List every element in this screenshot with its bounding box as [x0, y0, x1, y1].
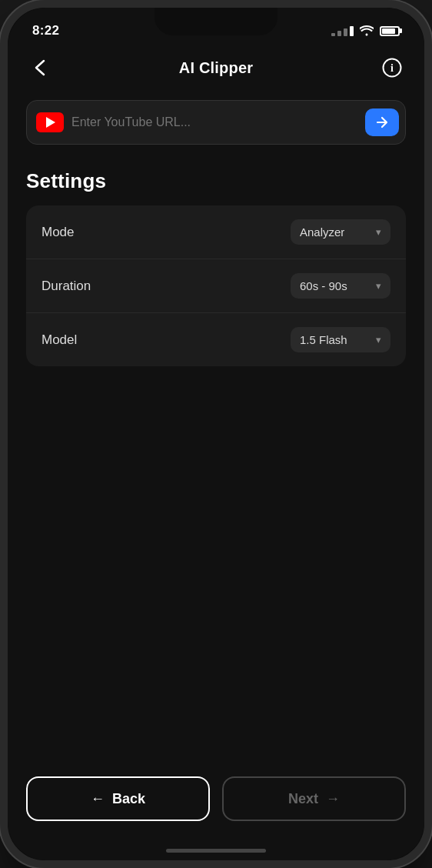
nav-bar: AI Clipper i	[8, 48, 424, 91]
duration-value: 60s - 90s	[300, 279, 347, 292]
page-title: AI Clipper	[179, 59, 253, 77]
youtube-icon	[36, 112, 64, 132]
model-label: Model	[42, 332, 77, 348]
back-button[interactable]	[26, 54, 54, 82]
duration-row: Duration 60s - 90s ▾	[26, 259, 406, 313]
duration-dropdown[interactable]: 60s - 90s ▾	[291, 273, 390, 299]
url-submit-button[interactable]	[365, 108, 399, 136]
back-nav-button[interactable]: ← Back	[26, 776, 210, 821]
mode-chevron-icon: ▾	[376, 226, 381, 238]
back-button-label: Back	[112, 791, 145, 807]
duration-label: Duration	[42, 279, 91, 294]
url-input-container	[26, 100, 406, 145]
mode-value: Analyzer	[300, 225, 344, 239]
vol-down-button[interactable]	[0, 215, 2, 254]
next-button-label: Next	[288, 791, 318, 807]
status-bar: 8:22	[8, 8, 424, 48]
mode-dropdown[interactable]: Analyzer ▾	[291, 219, 390, 245]
settings-title: Settings	[26, 169, 406, 193]
model-dropdown[interactable]: 1.5 Flash ▾	[291, 327, 390, 352]
yt-play-triangle	[46, 117, 55, 128]
wifi-icon	[360, 25, 374, 36]
model-value: 1.5 Flash	[300, 333, 347, 346]
battery-icon	[380, 26, 400, 36]
home-indicator	[8, 849, 424, 860]
back-arrow-icon: ←	[91, 791, 105, 807]
phone-frame: 8:22 AI Cl	[0, 0, 432, 868]
main-content: Settings Mode Analyzer ▾ Duration 60s - …	[8, 91, 424, 764]
screen: 8:22 AI Cl	[8, 8, 424, 860]
settings-card: Mode Analyzer ▾ Duration 60s - 90s ▾ Mod…	[26, 205, 406, 366]
bottom-bar: ← Back Next →	[8, 764, 424, 849]
mode-row: Mode Analyzer ▾	[26, 205, 406, 259]
next-button[interactable]: Next →	[222, 776, 406, 821]
status-icons	[331, 25, 400, 36]
svg-text:i: i	[390, 62, 394, 74]
vol-up-button[interactable]	[0, 162, 2, 200]
model-chevron-icon: ▾	[376, 334, 381, 346]
duration-chevron-icon: ▾	[376, 280, 381, 292]
info-button[interactable]: i	[378, 54, 406, 82]
mode-label: Mode	[42, 225, 75, 240]
next-arrow-icon: →	[326, 791, 340, 807]
status-time: 8:22	[32, 23, 59, 38]
home-bar	[166, 849, 266, 853]
model-row: Model 1.5 Flash ▾	[26, 313, 406, 366]
signal-icon	[331, 26, 354, 36]
url-input[interactable]	[71, 115, 357, 129]
